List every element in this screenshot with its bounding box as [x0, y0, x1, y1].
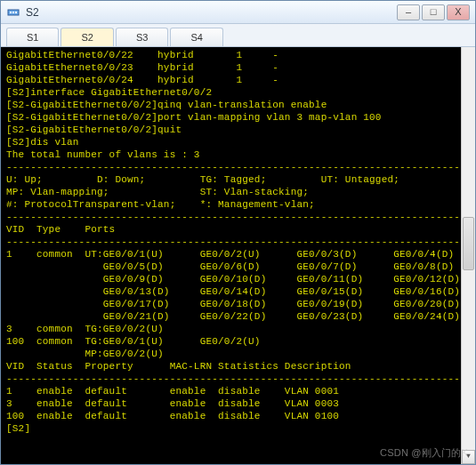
terminal-line: [S2] — [6, 422, 470, 435]
app-window: S2 – □ X S1 S2 S3 S4 GigabitEthernet0/0/… — [0, 0, 476, 465]
terminal-line: GE0/0/9(D) GE0/0/10(D) GE0/0/11(D) GE0/0… — [6, 273, 470, 285]
terminal-line: VID Status Property MAC-LRN Statistics D… — [6, 360, 470, 373]
terminal-line: MP: Vlan-mapping; ST: Vlan-stacking; — [6, 186, 470, 198]
terminal-line: ----------------------------------------… — [6, 161, 470, 173]
tab-s3[interactable]: S3 — [116, 28, 168, 46]
terminal-line: MP:GE0/0/2(U) — [6, 348, 470, 360]
window-title: S2 — [26, 6, 395, 19]
terminal-line: GE0/0/5(D) GE0/0/6(D) GE0/0/7(D) GE0/0/8… — [6, 261, 470, 273]
terminal-line: GE0/0/17(D) GE0/0/18(D) GE0/0/19(D) GE0/… — [6, 298, 470, 310]
terminal-line: GE0/0/21(D) GE0/0/22(D) GE0/0/23(D) GE0/… — [6, 310, 470, 323]
terminal-line: 100 common TG:GE0/0/1(U) GE0/0/2(U) — [6, 335, 470, 348]
terminal-line: [S2-GigabitEthernet0/0/2]qinq vlan-trans… — [6, 99, 470, 111]
network-device-icon — [6, 5, 20, 20]
terminal-line: 1 common UT:GE0/0/1(U) GE0/0/2(U) GE0/0/… — [6, 248, 470, 261]
svg-rect-3 — [15, 12, 17, 13]
terminal-line: GigabitEthernet0/0/24 hybrid 1 - — [6, 74, 470, 86]
terminal-line: [S2]interface GigabitEthernet0/0/2 — [6, 86, 470, 99]
tab-s1[interactable]: S1 — [6, 28, 59, 46]
scroll-track[interactable] — [462, 61, 475, 450]
terminal-line: The total number of vlans is : 3 — [6, 148, 470, 161]
svg-rect-2 — [12, 12, 14, 13]
terminal-line: [S2-GigabitEthernet0/0/2]quit — [6, 124, 470, 136]
terminal-output[interactable]: GigabitEthernet0/0/22 hybrid 1 -GigabitE… — [1, 47, 475, 464]
terminal-line: ----------------------------------------… — [6, 373, 470, 385]
tab-s4[interactable]: S4 — [170, 28, 222, 46]
terminal-line: GigabitEthernet0/0/23 hybrid 1 - — [6, 61, 470, 74]
titlebar[interactable]: S2 – □ X — [1, 1, 475, 24]
terminal-line: [S2-GigabitEthernet0/0/2]port vlan-mappi… — [6, 111, 470, 124]
tab-s2[interactable]: S2 — [61, 28, 113, 46]
terminal-line: 100 enable default enable disable VLAN 0… — [6, 410, 470, 422]
terminal-line: #: ProtocolTransparent-vlan; *: Manageme… — [6, 198, 470, 211]
vertical-scrollbar[interactable]: ▲ ▼ — [461, 47, 475, 464]
terminal-line: GE0/0/13(D) GE0/0/14(D) GE0/0/15(D) GE0/… — [6, 285, 470, 298]
terminal-line: 3 common TG:GE0/0/2(U) — [6, 323, 470, 335]
terminal-line: ----------------------------------------… — [6, 211, 470, 223]
maximize-button[interactable]: □ — [422, 4, 445, 20]
minimize-button[interactable]: – — [397, 4, 420, 20]
terminal-line: [S2]dis vlan — [6, 136, 470, 148]
terminal-line: VID Type Ports — [6, 223, 470, 236]
svg-rect-1 — [10, 12, 12, 13]
close-button[interactable]: X — [447, 4, 470, 20]
watermark: CSDN @刚入门的K — [380, 446, 468, 459]
terminal-line: U: Up; D: Down; TG: Tagged; UT: Untagged… — [6, 173, 470, 186]
terminal-line: 1 enable default enable disable VLAN 000… — [6, 385, 470, 397]
terminal-line: GigabitEthernet0/0/22 hybrid 1 - — [6, 49, 470, 61]
scroll-thumb[interactable] — [463, 217, 474, 270]
terminal-line: ----------------------------------------… — [6, 236, 470, 248]
tab-bar: S1 S2 S3 S4 — [1, 24, 475, 47]
terminal-line: 3 enable default enable disable VLAN 000… — [6, 397, 470, 410]
